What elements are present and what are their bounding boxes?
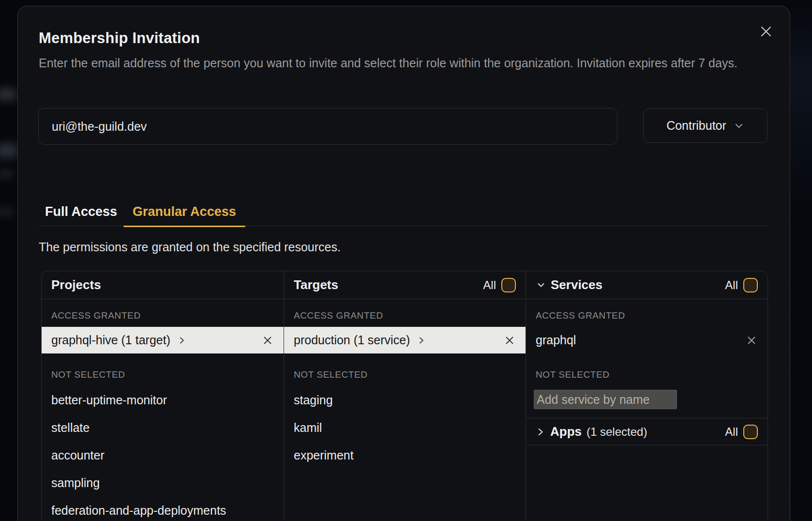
background-blurred-content [0,170,14,178]
targets-column-header: Targets All [284,271,526,299]
target-item[interactable]: kamil [284,414,526,442]
apps-all-label: All [725,425,738,439]
background-blurred-content [0,143,17,158]
not-selected-label: NOT SELECTED [51,370,274,380]
project-item[interactable]: stellate [42,414,284,442]
selected-project-row[interactable]: graphql-hive (1 target) [42,327,284,353]
services-all-label: All [725,278,738,292]
project-item[interactable]: accounter [42,442,284,469]
services-all-checkbox[interactable] [743,278,758,292]
invitee-email-input[interactable] [38,108,617,145]
apps-all-checkbox[interactable] [743,425,758,439]
chevron-right-icon [178,336,186,345]
access-granted-label: ACCESS GRANTED [51,311,274,321]
selected-service-name: graphql [536,333,576,347]
selected-target-row[interactable]: production (1 service) [284,327,526,353]
role-select-dropdown[interactable]: Contributor [643,108,767,143]
access-granted-label: ACCESS GRANTED [294,311,516,321]
target-item[interactable]: staging [284,386,526,414]
target-item[interactable]: experiment [284,442,526,469]
services-title: Services [551,277,602,292]
close-icon[interactable] [757,23,775,40]
access-granted-label: ACCESS GRANTED [536,311,758,321]
project-item[interactable]: federation-and-app-deployments [42,497,284,521]
permissions-hint: The permissions are granted on the speci… [39,240,341,254]
role-select-value: Contributor [666,119,726,133]
background-blurred-content [0,88,16,101]
remove-target-icon[interactable] [503,334,516,347]
background-glow [791,0,812,521]
services-column-header: Services All [526,271,767,299]
dialog-description: Enter the email address of the person yo… [39,54,741,72]
tab-granular-access[interactable]: Granular Access [123,198,245,226]
not-selected-label: NOT SELECTED [536,370,758,380]
membership-invitation-dialog: Membership Invitation Enter the email ad… [17,6,790,521]
not-selected-label: NOT SELECTED [294,370,516,380]
projects-column: Projects ACCESS GRANTED graphql-hive (1 … [42,271,284,521]
selected-service-row: graphql [526,327,767,353]
tab-full-access[interactable]: Full Access [39,198,123,226]
chevron-right-icon [417,336,426,345]
chevron-down-icon[interactable] [536,280,546,291]
services-column: Services All ACCESS GRANTED graphql NOT … [526,271,767,521]
apps-expandable-row[interactable]: Apps (1 selected) All [526,418,767,445]
remove-project-icon[interactable] [261,334,274,347]
dialog-title: Membership Invitation [39,30,200,47]
selected-target-name: production (1 service) [294,333,410,347]
projects-column-header: Projects [42,271,284,299]
access-tabbar: Full Access Granular Access [39,198,769,226]
targets-all-checkbox[interactable] [501,278,516,292]
selected-project-name: graphql-hive (1 target) [51,333,170,347]
resource-selection-table: Projects ACCESS GRANTED graphql-hive (1 … [41,271,768,521]
projects-title: Projects [51,277,101,292]
remove-service-icon[interactable] [745,334,758,347]
unselected-projects-list: better-uptime-monitor stellate accounter… [42,386,284,521]
targets-column: Targets All ACCESS GRANTED production (1… [284,271,526,521]
targets-title: Targets [294,277,338,292]
add-service-input[interactable] [534,390,677,409]
apps-selected-count: (1 selected) [586,425,647,439]
background-blurred-content [0,207,14,216]
project-item[interactable]: sampling [42,469,284,497]
targets-all-label: All [483,278,496,292]
apps-label: Apps [550,424,582,439]
project-item[interactable]: better-uptime-monitor [42,386,284,414]
unselected-targets-list: staging kamil experiment [284,386,526,469]
chevron-down-icon [734,121,744,131]
chevron-right-icon[interactable] [536,427,545,437]
